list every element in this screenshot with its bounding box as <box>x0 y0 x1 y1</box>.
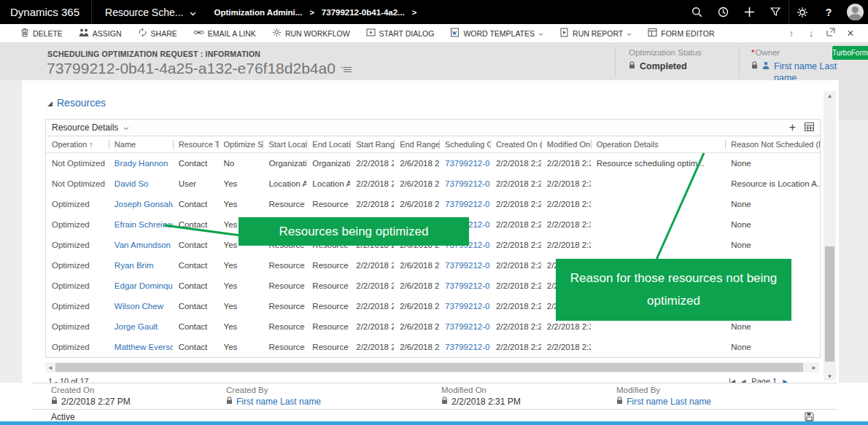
column-header-operation[interactable]: Operation ↑ <box>46 136 109 152</box>
trash-icon <box>20 28 29 39</box>
command-form-editor[interactable]: FORM EDITOR <box>648 28 714 39</box>
close-icon[interactable]: × <box>843 27 858 40</box>
scroll-left-icon[interactable]: ◂ <box>45 364 55 371</box>
scroll-up-icon[interactable]: ↑ <box>784 28 799 39</box>
cell-operation: Not Optimized <box>46 179 109 188</box>
column-header-reason[interactable]: Reason Not Scheduled (B... <box>725 136 820 152</box>
app-selector[interactable]: Resource Sche... <box>92 7 204 18</box>
column-header-operation_details[interactable]: Operation Details <box>591 136 726 152</box>
cell-optimize: Yes <box>218 261 263 270</box>
cell-name[interactable]: Brady Hannon <box>109 159 173 168</box>
cell-resource_type: Contact <box>173 159 218 168</box>
cell-scheduling_op[interactable]: 73799212-0... <box>439 179 490 188</box>
breadcrumb-item[interactable]: 73799212-0b41-4a2... <box>322 8 405 17</box>
table-row[interactable]: Not OptimizedDavid SoUserYesLocation Ag.… <box>46 173 820 194</box>
settings-gear-icon[interactable] <box>789 0 815 24</box>
cell-name[interactable]: Ryan Brim <box>109 261 173 270</box>
scroll-right-icon[interactable]: ▸ <box>809 364 819 371</box>
footer-field-created-by: Created ByFirst name Last name <box>226 386 321 407</box>
cell-end_location: Organization... <box>306 159 350 168</box>
cell-end_range: 2/6/2018 2:3... <box>394 281 439 290</box>
turboform-badge[interactable]: TurboForm <box>832 46 868 60</box>
scroll-up-icon[interactable]: ▴ <box>824 92 836 99</box>
cell-created_on: 2/2/2018 2:2... <box>490 302 541 311</box>
cell-scheduling_op[interactable]: 73799212-0... <box>439 200 490 208</box>
top-navigation-bar: Dynamics 365 Resource Sche... Optimizati… <box>0 0 868 24</box>
command-bar: DELETEASSIGNSHAREEMAIL A LINKRUN WORKFLO… <box>0 24 868 43</box>
column-header-name[interactable]: Name <box>109 136 173 152</box>
cell-resource_type: Contact <box>173 281 218 290</box>
create-record-icon[interactable] <box>736 0 762 24</box>
column-header-optimize[interactable]: Optimize Sche... <box>218 136 263 152</box>
cell-start_location: Resource Ad... <box>263 261 306 270</box>
cell-name[interactable]: Matthew Everson <box>109 343 173 351</box>
column-header-modified_on[interactable]: Modified On (... <box>541 136 591 152</box>
scroll-down-icon[interactable]: ▾ <box>824 373 836 380</box>
cell-reason: None <box>725 343 820 351</box>
vertical-scrollbar[interactable]: ▴ ▾ <box>824 91 836 381</box>
command-run-report[interactable]: RUN REPORT <box>559 28 632 39</box>
header-right-patch <box>839 80 868 120</box>
command-label: SHARE <box>151 29 177 38</box>
cell-scheduling_op[interactable]: 73799212-0... <box>439 302 490 311</box>
command-delete[interactable]: DELETE <box>20 28 63 39</box>
cell-created_on: 2/2/2018 2:2... <box>490 322 541 331</box>
cell-reason: None <box>725 322 820 331</box>
column-header-created_on[interactable]: Created On (Sc... <box>490 136 541 152</box>
search-icon[interactable] <box>683 0 710 24</box>
grid-view-icon[interactable] <box>805 122 814 133</box>
user-avatar[interactable] <box>842 0 868 24</box>
cell-scheduling_op[interactable]: 73799212-0... <box>439 261 490 270</box>
cell-name[interactable]: David So <box>109 179 173 188</box>
column-header-resource_type[interactable]: Resource Type... <box>173 136 218 152</box>
view-selector-label: Resource Details <box>52 122 118 133</box>
command-assign[interactable]: ASSIGN <box>79 28 122 39</box>
view-selector[interactable]: Resource Details <box>52 122 129 133</box>
column-header-start_range[interactable]: Start Range (S... <box>350 136 394 152</box>
column-header-start_location[interactable]: Start Location ... <box>263 136 306 152</box>
cell-start_range: 2/2/2018 2:3... <box>350 159 394 168</box>
cell-end_location: Resource Ad... <box>306 343 350 351</box>
column-header-end_location[interactable]: End Location (... <box>306 136 350 152</box>
cell-name[interactable]: Wilson Chew <box>109 302 173 311</box>
cell-name[interactable]: Joseph Gonsalves <box>109 200 173 208</box>
help-icon[interactable]: ? <box>815 0 842 24</box>
table-row[interactable]: Not OptimizedBrady HannonContactNoOrgani… <box>46 153 820 173</box>
command-run-workflow[interactable]: RUN WORKFLOW <box>272 28 350 39</box>
footer-field-label: Created On <box>51 386 131 394</box>
cell-name[interactable]: Efrain Schreiner <box>109 220 173 229</box>
column-header-end_range[interactable]: End Range (Sc... <box>394 136 439 152</box>
table-row[interactable]: OptimizedJoseph GonsalvesContactYesResou… <box>46 194 820 214</box>
scroll-down-icon[interactable]: ↓ <box>804 28 818 39</box>
form-selector-icon[interactable] <box>341 60 352 77</box>
horizontal-scrollbar[interactable]: ◂ ▸ <box>45 362 819 373</box>
pop-out-icon[interactable] <box>824 28 838 39</box>
horizontal-scrollbar-thumb[interactable] <box>55 363 803 372</box>
command-start-dialog[interactable]: START DIALOG <box>366 28 435 39</box>
cell-name[interactable]: Edgar Dominquez <box>109 281 173 290</box>
footer-field-value[interactable]: First name Last name <box>627 397 711 407</box>
cell-scheduling_op[interactable]: 73799212-0... <box>439 281 490 290</box>
recent-items-icon[interactable] <box>710 0 736 24</box>
resources-section-header[interactable]: Resources <box>47 97 106 109</box>
breadcrumb-item[interactable]: Optimization Admini... <box>214 8 302 17</box>
footer-field-value[interactable]: First name Last name <box>236 397 321 407</box>
optimization-status-label: Optimization Status <box>629 48 702 57</box>
dynamics-brand[interactable]: Dynamics 365 <box>0 6 91 18</box>
cell-name[interactable]: Van Amundson <box>109 241 173 249</box>
entity-label: SCHEDULING OPTIMIZATION REQUEST : INFORM… <box>47 50 260 58</box>
column-header-scheduling_op[interactable]: Scheduling Op... <box>439 136 490 152</box>
cell-scheduling_op[interactable]: 73799212-0... <box>439 159 490 168</box>
cell-scheduling_op[interactable]: 73799212-0... <box>439 343 490 351</box>
command-email-a-link[interactable]: EMAIL A LINK <box>193 28 256 39</box>
command-share[interactable]: SHARE <box>138 28 177 39</box>
cell-scheduling_op[interactable]: 73799212-0... <box>439 322 490 331</box>
add-record-icon[interactable]: + <box>789 122 796 133</box>
cell-optimize: Yes <box>218 322 263 331</box>
vertical-scrollbar-thumb[interactable] <box>825 246 834 362</box>
breadcrumb-chevron-icon: > <box>412 8 416 17</box>
table-row[interactable]: OptimizedMatthew EversonContactYesResour… <box>46 337 820 357</box>
filter-icon[interactable] <box>762 0 788 24</box>
command-word-templates[interactable]: WORD TEMPLATES <box>450 28 543 39</box>
cell-name[interactable]: Jorge Gault <box>109 322 173 331</box>
